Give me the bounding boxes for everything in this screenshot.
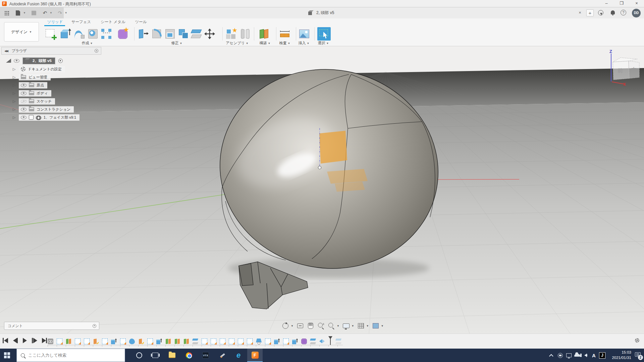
collapse-panel-icon[interactable]: ◀◀ [4, 49, 8, 53]
action-center-button[interactable]: 2 [633, 349, 644, 362]
browser-item-origin[interactable]: ▷ 原点 [13, 81, 47, 89]
fit-view-icon[interactable] [328, 322, 335, 329]
timeline-feature-sketch[interactable] [84, 339, 90, 344]
timeline-feature-sketch[interactable] [229, 339, 234, 344]
create-form-icon[interactable] [116, 28, 128, 40]
meet-now-icon[interactable] [556, 349, 565, 362]
browser-item-construction[interactable]: ▷ コンストラクション [13, 106, 74, 113]
ime-language-icon[interactable]: J [598, 349, 606, 362]
tab-surface[interactable]: サーフェス [71, 19, 91, 24]
timeline-feature-split[interactable] [310, 339, 316, 344]
timeline-feature-link[interactable] [48, 339, 53, 344]
timeline-playhead[interactable] [328, 336, 332, 345]
undo-caret[interactable]: ▼ [50, 11, 52, 14]
measure-icon[interactable] [279, 28, 291, 40]
browser-header[interactable]: ◀◀ ブラウザ [1, 47, 101, 55]
search-input[interactable] [28, 353, 125, 358]
file-menu-caret[interactable]: ▼ [23, 11, 26, 14]
skip-to-end-icon[interactable] [42, 338, 47, 343]
canvas-3d-viewport[interactable] [0, 46, 644, 334]
network-icon[interactable] [565, 349, 573, 362]
expand-icon[interactable]: ▷ [13, 67, 16, 71]
group-select[interactable]: 選択 ▼ [318, 41, 329, 46]
timeline-settings-gear-icon[interactable] [635, 338, 639, 343]
document-tab[interactable]: 2, 頭部 v5 [304, 7, 339, 18]
document-close-icon[interactable]: × [577, 10, 583, 15]
look-at-icon[interactable] [297, 323, 303, 328]
insert-image-icon[interactable] [298, 28, 310, 40]
expand-icon[interactable]: ▷ [13, 115, 16, 120]
user-avatar[interactable]: DD [632, 9, 641, 17]
taskbar-search[interactable] [16, 349, 125, 362]
activate-component-radio[interactable] [58, 59, 63, 63]
timeline-feature-mirror[interactable] [319, 339, 325, 344]
taskbar-clock[interactable]: 15:03 2021/01/31 [606, 350, 633, 360]
timeline-feature-plane[interactable] [183, 339, 189, 344]
view-cube[interactable]: Z X 前 右 [605, 49, 643, 86]
help-icon[interactable]: ? [621, 10, 627, 16]
visibility-eye-icon[interactable] [14, 59, 19, 63]
viewports-icon[interactable] [373, 323, 379, 328]
group-construct[interactable]: 構築 ▼ [260, 41, 271, 46]
visibility-eye-icon[interactable] [21, 108, 26, 111]
select-tool-button[interactable] [317, 27, 331, 41]
timeline-feature-loft[interactable] [256, 339, 262, 344]
revolve-icon[interactable] [87, 28, 99, 40]
job-status-icon[interactable] [598, 10, 604, 16]
group-modify[interactable]: 修正 ▼ [171, 41, 182, 46]
zoom-icon[interactable]: ± [317, 322, 325, 329]
timeline-feature-sketch[interactable] [247, 339, 253, 344]
group-inspect[interactable]: 検査 ▼ [279, 41, 290, 46]
tab-tools[interactable]: ツール [135, 19, 147, 24]
step-forward-icon[interactable] [32, 338, 37, 343]
step-back-icon[interactable] [12, 338, 18, 343]
comment-box[interactable]: コメント [4, 322, 99, 330]
move-copy-icon[interactable] [204, 28, 216, 40]
browser-item-face-component[interactable]: ▷ 1、フェイス部 v9:1 [13, 114, 79, 121]
visibility-eye-icon[interactable] [21, 92, 26, 95]
grid-caret[interactable]: ▼ [366, 324, 369, 327]
tab-sheetmetal[interactable]: シート メタル [101, 19, 125, 24]
timeline-feature-form-purple[interactable] [301, 339, 307, 344]
expand-icon[interactable]: ▷ [13, 91, 16, 96]
ime-mode-indicator[interactable]: A [590, 349, 598, 362]
fillet-icon[interactable] [151, 28, 163, 40]
file-menu-icon[interactable] [15, 10, 21, 16]
hidden-icons-chevron[interactable] [548, 349, 556, 362]
timeline-feature-sketch[interactable] [147, 339, 153, 344]
extrude-icon[interactable] [59, 28, 71, 40]
play-icon[interactable] [22, 338, 28, 343]
orbit-caret[interactable]: ▼ [291, 324, 293, 327]
timeline-feature-sketch[interactable] [283, 339, 289, 344]
fusion360-taskbar-button[interactable]: F [247, 349, 263, 362]
timeline-feature-extrude[interactable] [274, 339, 280, 344]
orbit-icon[interactable] [282, 323, 288, 329]
timeline-feature-sketch[interactable] [238, 339, 244, 344]
timeline-feature-split-future[interactable] [336, 339, 341, 344]
timeline-feature-plane[interactable] [165, 339, 171, 344]
timeline-feature-extrude[interactable] [292, 339, 298, 344]
display-caret[interactable]: ▼ [352, 324, 354, 327]
browser-options-icon[interactable] [95, 49, 98, 53]
timeline-feature-sketch[interactable] [211, 339, 216, 344]
browser-item-view-management[interactable]: ▷ ビュー管理 [13, 73, 51, 81]
expand-icon[interactable]: ▷ [13, 75, 16, 79]
timeline-feature-extrude[interactable] [111, 339, 117, 344]
timeline-feature-form-blue[interactable] [129, 339, 135, 344]
chrome-button[interactable] [181, 349, 197, 362]
minimize-button[interactable]: – [599, 0, 614, 7]
press-pull-icon[interactable] [137, 28, 149, 40]
start-button[interactable] [4, 352, 10, 358]
browser-item-sketches[interactable]: ▷ スケッチ [13, 98, 55, 105]
timeline-feature-plane-edit[interactable] [138, 339, 144, 344]
timeline-feature-sketch[interactable] [120, 339, 126, 344]
timeline-feature-sketch[interactable] [102, 339, 108, 344]
new-tab-button[interactable]: + [586, 9, 594, 16]
create-sketch-icon[interactable] [45, 28, 57, 40]
internet-explorer-button[interactable]: e [231, 349, 246, 362]
timeline-feature-plane[interactable] [66, 339, 71, 344]
save-icon[interactable] [31, 10, 37, 16]
timeline-feature-split[interactable] [193, 339, 198, 344]
origin-point-handle[interactable] [318, 166, 321, 169]
timeline-feature-sketch[interactable] [57, 339, 62, 344]
